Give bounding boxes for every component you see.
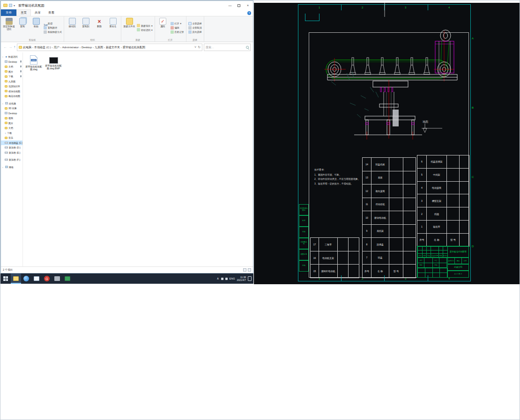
qat-customize-arrow-icon[interactable]: ▾: [14, 4, 15, 7]
breadcrumb-item[interactable]: 新建文件夹: [106, 45, 120, 50]
bom-cell: 15: [311, 265, 319, 278]
bom-cell: 14: [363, 158, 371, 171]
thumbnail-view-icon[interactable]: [248, 268, 251, 272]
breadcrumb-item[interactable]: Administrator: [62, 46, 79, 49]
sidebar-item-folder[interactable]: 花露知识库: [1, 84, 22, 89]
sidebar-item-volume-f[interactable]: 新加卷 (F:): [1, 157, 22, 162]
taskbar-gray-app-button[interactable]: [52, 273, 62, 284]
pin-to-quick-access-button[interactable]: 固定到快速访问: [3, 18, 15, 37]
search-input[interactable]: 搜索…: [204, 44, 251, 51]
open-button[interactable]: 打开▾: [171, 22, 184, 25]
taskbar-document-app-button[interactable]: [31, 273, 42, 284]
select-all-button[interactable]: 全部选择: [188, 22, 202, 25]
breadcrumb-item[interactable]: 本地磁盘 (C:): [34, 45, 51, 50]
paste-button[interactable]: 粘贴: [30, 18, 42, 37]
up-button[interactable]: ↑: [14, 45, 15, 49]
sidebar-item-music[interactable]: 音乐: [1, 135, 22, 140]
copy-button[interactable]: 复制: [16, 18, 29, 37]
sidebar-item-videos[interactable]: 视频: [1, 116, 22, 121]
folder-icon: [5, 122, 7, 124]
move-to-button[interactable]: 移动到: [66, 18, 78, 37]
delete-button[interactable]: × 删除: [93, 18, 105, 37]
taskbar-explorer-button[interactable]: [11, 273, 21, 284]
sidebar-item-folder[interactable]: 九晨图: [1, 79, 22, 84]
invert-selection-button[interactable]: 反向选择: [188, 30, 202, 34]
sidebar-item-desktop[interactable]: Desktop: [1, 111, 22, 116]
bom-cell: [460, 169, 469, 182]
breadcrumb-item[interactable]: 九晨图: [95, 45, 103, 50]
taskbar-red-app-button[interactable]: G: [42, 273, 52, 284]
bom-cell: [460, 155, 469, 169]
sidebar-quick-access[interactable]: ›★ 快速访问: [1, 54, 22, 59]
sidebar-this-pc[interactable]: › 此电脑: [1, 101, 22, 106]
copy-path-button[interactable]: 复制路径: [44, 26, 62, 29]
move-to-icon: [69, 18, 76, 25]
maximize-button[interactable]: [235, 2, 243, 9]
sidebar-item-local-disk-c[interactable]: 本地磁盘 (C:): [1, 140, 22, 146]
language-indicator[interactable]: ENG: [230, 277, 235, 280]
breadcrumb-item[interactable]: Desktop: [82, 46, 92, 49]
sidebar-item-desktop-qa[interactable]: Desktop: [1, 59, 22, 65]
address-dropdown-icon[interactable]: ˅: [194, 45, 196, 49]
clock[interactable]: 11:382021/4/7: [237, 276, 246, 282]
sidebar-item-folder[interactable]: 模块动画图: [1, 89, 22, 94]
sidebar-item-downloads-qa[interactable]: 下载: [1, 74, 22, 79]
bom-row: 15摆线针电动机: [311, 265, 359, 278]
sidebar-item-folder[interactable]: 梅花动画图: [1, 94, 22, 99]
copy-to-button[interactable]: 复制到: [80, 18, 92, 37]
tab-file[interactable]: 文件: [1, 9, 16, 16]
bom-cell: 连接盘: [371, 238, 389, 251]
rename-button[interactable]: 重命名: [107, 18, 119, 37]
edit-button[interactable]: 编辑: [171, 26, 184, 29]
tab-view[interactable]: 查看: [45, 9, 58, 16]
minimize-button[interactable]: —: [226, 2, 234, 9]
bom-row: 序号名 称型 号: [363, 265, 416, 278]
breadcrumb-item[interactable]: 此电脑: [23, 45, 31, 50]
tab-home[interactable]: 主页: [16, 9, 31, 16]
drive-icon: [5, 152, 8, 154]
bom-cell: [389, 251, 403, 265]
file-item-dwg[interactable]: DWG 胶带输送机装配图.dwg: [25, 55, 43, 71]
tab-share[interactable]: 共享: [31, 9, 45, 16]
easy-access-button[interactable]: 轻松访问▾: [137, 28, 153, 31]
notification-icon[interactable]: [248, 276, 252, 281]
sidebar-item-documents-qa[interactable]: 文档: [1, 64, 22, 69]
ribbon-tab-row: 文件 主页 共享 查看 ?: [1, 10, 253, 16]
file-item-bmp[interactable]: 胶带输送机装配图.dwg.BMP: [45, 55, 62, 70]
breadcrumb-item[interactable]: 用户: [54, 45, 59, 50]
breadcrumb-separator: ›: [80, 46, 81, 49]
start-button[interactable]: [0, 273, 11, 284]
breadcrumb-item[interactable]: 胶带输送机装配图: [123, 45, 145, 50]
taskbar-green-app-button[interactable]: [62, 273, 73, 284]
sidebar-item-downloads[interactable]: ↓下载: [1, 131, 22, 136]
tray-icon[interactable]: [221, 278, 223, 280]
title-bar[interactable]: ▾ 胶带输送机装配图 — ×: [1, 1, 253, 10]
details-view-icon[interactable]: [243, 268, 246, 272]
qat-button-icon[interactable]: [9, 4, 12, 7]
address-bar[interactable]: 此电脑› 本地磁盘 (C:)› 用户› Administrator› Deskt…: [17, 44, 202, 51]
cad-viewport[interactable]: 1 2 3 4 1 2 3 4 A B C D 借(通)用件登记 签字 日期 旧…: [254, 3, 520, 284]
new-item-button[interactable]: 新建项目▾: [137, 24, 153, 27]
sidebar-item-3d-objects[interactable]: 3D 对象: [1, 106, 22, 111]
sidebar-item-pictures[interactable]: 图片: [1, 121, 22, 126]
quick-access-toolbar[interactable]: ▾: [2, 4, 16, 7]
back-button[interactable]: ←: [3, 45, 7, 49]
taskbar-browser-button[interactable]: [21, 273, 31, 284]
history-button[interactable]: 历史记录: [171, 30, 184, 34]
refresh-icon[interactable]: ↻: [198, 45, 201, 49]
sidebar-item-pictures-qa[interactable]: 图片: [1, 69, 22, 74]
tray-chevron-icon[interactable]: ∧: [216, 277, 219, 280]
sidebar-item-network[interactable]: › 网络: [1, 165, 22, 170]
help-icon[interactable]: ?: [247, 11, 251, 15]
forward-button[interactable]: →: [8, 45, 12, 49]
close-button[interactable]: ×: [244, 2, 252, 9]
paste-shortcut-button[interactable]: 粘贴快捷方式: [44, 30, 62, 34]
select-none-button[interactable]: 全部取消: [188, 26, 202, 29]
sidebar-item-documents[interactable]: 文档: [1, 125, 22, 131]
properties-button[interactable]: ✓ 属性: [157, 18, 169, 37]
tray-icon[interactable]: [225, 278, 228, 280]
sidebar-item-volume-d[interactable]: 新加卷 (D:): [1, 145, 22, 150]
sidebar-item-volume-e[interactable]: 新加卷 (E:): [1, 150, 22, 155]
new-folder-button[interactable]: 新建文件夹: [123, 18, 135, 37]
cut-button[interactable]: ✂ 剪切: [44, 22, 62, 25]
